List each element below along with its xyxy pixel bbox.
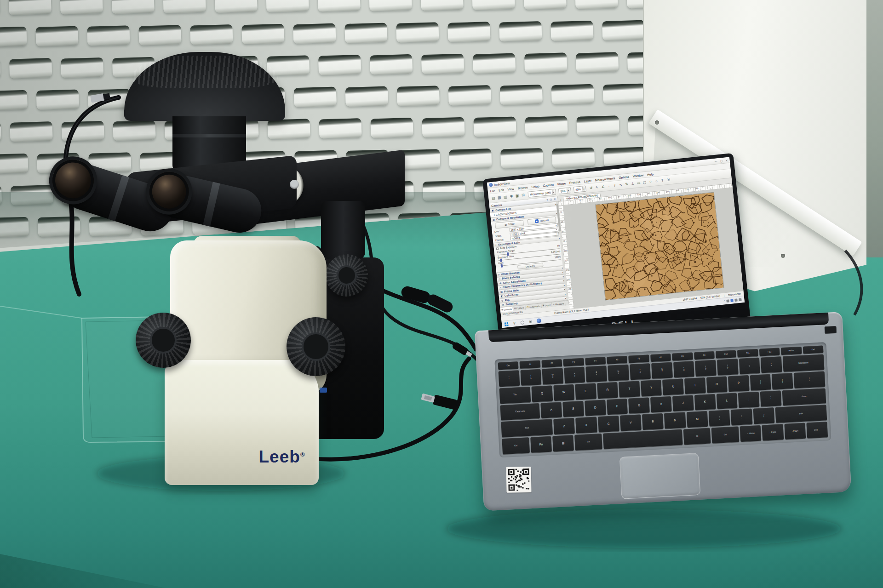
key-enter[interactable]: Enter [782, 388, 826, 406]
key-tab[interactable]: Tab [499, 387, 531, 404]
key-z[interactable]: Z [553, 418, 575, 434]
zoom-combo[interactable]: 40%▾ [573, 186, 586, 193]
key-w[interactable]: W [553, 384, 574, 401]
key-$-4[interactable]: $ 4 [586, 365, 607, 382]
key-n[interactable]: N [664, 412, 686, 429]
key-c[interactable]: C [598, 416, 619, 432]
key-↑-pgup[interactable]: ↑ PgUp [762, 424, 784, 440]
key-a[interactable]: A [541, 402, 562, 418]
image-canvas[interactable] [563, 188, 743, 308]
key-fn[interactable]: Fn [530, 436, 552, 453]
key-#-3[interactable]: # 3 [564, 367, 585, 383]
key-backspace[interactable]: Backspace [783, 354, 825, 371]
key-shift[interactable]: Shift [501, 419, 553, 438]
key-shift[interactable]: Shift [775, 405, 827, 423]
slider-handle[interactable] [501, 264, 503, 268]
key-f9[interactable]: F9 [694, 351, 715, 360]
key-h[interactable]: H [650, 396, 672, 412]
key-%-5[interactable]: % 5 [608, 365, 629, 381]
key-}-][interactable]: } ] [772, 373, 793, 389]
maximize-icon[interactable]: ▢ [720, 159, 723, 163]
menu-setup[interactable]: Setup [531, 184, 539, 188]
key-k[interactable]: K [694, 394, 716, 410]
tray-icon[interactable] [739, 298, 742, 302]
task-view-icon[interactable]: ▣ [528, 320, 533, 324]
key-f6[interactable]: F6 [629, 354, 649, 363]
key-:-;[interactable]: : ; [738, 391, 760, 408]
key-d[interactable]: D [585, 400, 606, 416]
menu-image[interactable]: Image [557, 182, 566, 186]
start-button-icon[interactable] [505, 322, 509, 326]
key-v[interactable]: V [620, 415, 642, 431]
key-prtscr[interactable]: PrtScr [781, 347, 802, 355]
magnification-combo[interactable]: 50X▾ [558, 187, 571, 194]
key-←-home[interactable]: ← Home [740, 425, 762, 442]
key-&-7[interactable]: & 7 [651, 362, 672, 379]
key-y[interactable]: Y [641, 380, 662, 396]
menu-view[interactable]: View [507, 187, 514, 190]
slider-handle[interactable] [507, 252, 509, 255]
menu-help[interactable]: Help [647, 172, 654, 176]
menu-measurements[interactable]: Measurements [595, 176, 615, 182]
key-f5[interactable]: F5 [607, 356, 627, 364]
key-u[interactable]: U [663, 378, 684, 395]
key-r[interactable]: R [597, 382, 618, 399]
key-q[interactable]: Q [531, 385, 552, 402]
key-)-0[interactable]: ) 0 [717, 359, 738, 375]
key-<-,[interactable]: < , [709, 410, 730, 427]
key-del[interactable]: Del [803, 345, 823, 354]
key-m[interactable]: M [687, 411, 708, 428]
menu-layer[interactable]: Layer [584, 179, 591, 183]
key-esc[interactable]: Esc [498, 361, 519, 370]
key-f2[interactable]: F2 [541, 359, 562, 367]
key-(-9[interactable]: ( 9 [695, 360, 716, 377]
search-icon[interactable]: ⚲ [512, 321, 517, 325]
menu-options[interactable]: Options [619, 175, 629, 179]
key-f8[interactable]: F8 [672, 352, 693, 360]
key-g[interactable]: G [628, 397, 650, 414]
key-s[interactable]: S [562, 400, 584, 417]
key-+-=[interactable]: + = [761, 356, 782, 373]
menu-process[interactable]: Process [569, 180, 580, 184]
tray-chevron-icon[interactable]: ^ [723, 300, 725, 303]
key-f3[interactable]: F3 [563, 358, 584, 366]
key-l[interactable]: L [716, 393, 738, 409]
key-alt[interactable]: Alt [683, 428, 711, 445]
key-i[interactable]: I [684, 377, 705, 394]
key-@-2[interactable]: @ 2 [542, 368, 563, 384]
key-alt[interactable]: Alt [574, 434, 602, 451]
key-f12[interactable]: F12 [759, 348, 780, 356]
tray-icon[interactable] [730, 299, 734, 302]
key-f[interactable]: F [607, 398, 628, 415]
unit-combo[interactable]: Micrometer (µm)▾ [528, 188, 556, 197]
key-f7[interactable]: F7 [650, 354, 671, 362]
key-caps-lock[interactable]: Caps Lock [500, 403, 540, 420]
trackpad[interactable] [619, 453, 701, 499]
key-e[interactable]: E [575, 383, 596, 400]
power-button[interactable] [825, 326, 837, 334]
key-*-8[interactable]: * 8 [673, 361, 694, 377]
thumbnail-icon[interactable]: ⊞ [520, 192, 526, 199]
key->-.[interactable]: > . [731, 409, 752, 425]
key-f11[interactable]: F11 [737, 349, 758, 357]
key-ctrl[interactable]: Ctrl [502, 437, 529, 454]
menu-browse[interactable]: Browse [517, 185, 528, 189]
tab-nav-icon[interactable]: ◂ [559, 198, 562, 201]
tray-icon[interactable] [734, 298, 738, 302]
panel-close-icon[interactable]: ✕ [553, 198, 556, 200]
key-_--[interactable]: _ - [739, 358, 760, 374]
key-?-/[interactable]: ? / [753, 408, 774, 424]
tray-icon[interactable] [726, 299, 729, 303]
imageview-taskbar-icon[interactable] [536, 318, 541, 323]
panel-pin-icon[interactable]: ⊡ [550, 198, 552, 201]
key-~-`[interactable]: ~ ` [499, 370, 520, 387]
key-|-\[interactable]: | \ [794, 371, 826, 388]
minimize-icon[interactable]: — [715, 160, 718, 163]
auto-exposure-checkbox[interactable] [496, 247, 499, 250]
key-o[interactable]: O [706, 376, 728, 393]
menu-capture[interactable]: Capture [543, 183, 554, 187]
menu-edit[interactable]: Edit [499, 188, 504, 192]
key-space[interactable] [603, 429, 682, 449]
key-p[interactable]: P [728, 375, 749, 392]
close-icon[interactable]: ✕ [725, 159, 728, 162]
